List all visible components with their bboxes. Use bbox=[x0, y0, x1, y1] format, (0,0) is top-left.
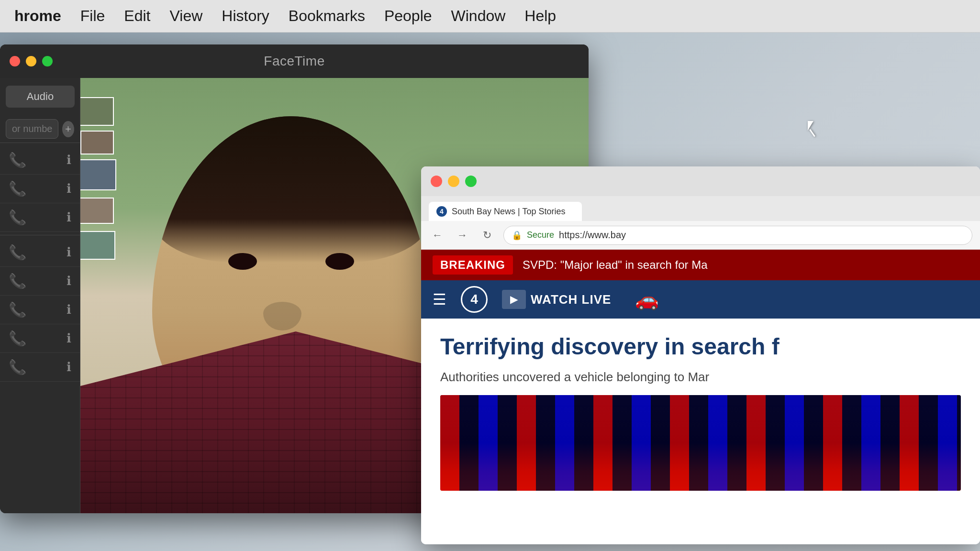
info-icon-7[interactable]: ℹ bbox=[67, 331, 71, 346]
menubar-window[interactable]: Window bbox=[451, 7, 506, 25]
browser-titlebar bbox=[421, 166, 980, 196]
news-headline: Terrifying discovery in search f bbox=[440, 333, 961, 361]
phone-icon-1: 📞 bbox=[9, 152, 26, 168]
person-nose bbox=[263, 302, 301, 331]
watch-live-button[interactable]: ▶ WATCH LIVE bbox=[502, 290, 611, 309]
secure-label: Secure bbox=[527, 230, 554, 240]
contact-row-3: 📞 ℹ bbox=[0, 203, 80, 232]
news-content: Terrifying discovery in search f Authori… bbox=[421, 319, 980, 544]
contact-row-2: 📞 ℹ bbox=[0, 175, 80, 203]
menubar-edit[interactable]: Edit bbox=[124, 7, 150, 25]
mouse-cursor bbox=[808, 121, 822, 140]
contact-row-6: 📞 ℹ bbox=[0, 296, 80, 324]
menubar-people[interactable]: People bbox=[384, 7, 432, 25]
browser-close-btn[interactable] bbox=[431, 176, 442, 187]
phone-icon-3: 📞 bbox=[9, 209, 26, 226]
phone-icon-4: 📞 bbox=[9, 244, 26, 261]
info-icon-4[interactable]: ℹ bbox=[67, 245, 71, 260]
contact-row-4: 📞 ℹ bbox=[0, 238, 80, 267]
watch-live-label: WATCH LIVE bbox=[531, 292, 611, 307]
audio-button[interactable]: Audio bbox=[6, 86, 75, 108]
browser-maximize-btn[interactable] bbox=[465, 176, 477, 187]
breaking-badge: BREAKING bbox=[433, 255, 513, 275]
facetime-window-controls bbox=[10, 56, 53, 66]
news-image bbox=[440, 395, 961, 491]
phone-icon-8: 📞 bbox=[9, 359, 26, 375]
emergency-lights-visual bbox=[440, 395, 961, 491]
menubar-view[interactable]: View bbox=[170, 7, 203, 25]
contact-row-1: 📞 ℹ bbox=[0, 146, 80, 175]
url-text: https://www.bay bbox=[559, 230, 626, 241]
back-button[interactable]: ← bbox=[429, 227, 446, 244]
facetime-close-btn[interactable] bbox=[10, 56, 20, 66]
info-icon-5[interactable]: ℹ bbox=[67, 274, 71, 288]
tab-title: South Bay News | Top Stories bbox=[452, 207, 565, 217]
facetime-search-input[interactable] bbox=[6, 119, 58, 139]
menubar-history[interactable]: History bbox=[222, 7, 269, 25]
active-tab[interactable]: 4 South Bay News | Top Stories bbox=[429, 202, 582, 221]
person-eyes bbox=[194, 253, 388, 302]
menubar-chrome[interactable]: hrome bbox=[14, 7, 61, 25]
tab-favicon: 4 bbox=[436, 206, 447, 217]
facetime-title: FaceTime bbox=[264, 54, 324, 69]
facetime-sidebar: Audio + 📞 ℹ 📞 ℹ 📞 ℹ 📞 ℹ bbox=[0, 78, 80, 513]
person-left-eye bbox=[228, 253, 257, 270]
desktop: FaceTime Audio + 📞 ℹ 📞 ℹ 📞 ℹ bbox=[0, 33, 980, 551]
phone-icon-5: 📞 bbox=[9, 273, 26, 289]
info-icon-8[interactable]: ℹ bbox=[67, 360, 71, 375]
hamburger-menu-icon[interactable]: ☰ bbox=[433, 290, 446, 309]
browser-window: 4 South Bay News | Top Stories ← → ↻ 🔒 S… bbox=[421, 166, 980, 544]
browser-minimize-btn[interactable] bbox=[448, 176, 459, 187]
facetime-add-button[interactable]: + bbox=[62, 121, 74, 137]
facetime-separator bbox=[0, 143, 80, 143]
news-navigation: ☰ 4 ▶ WATCH LIVE 🚗 bbox=[421, 280, 980, 319]
menubar-bookmarks[interactable]: Bookmarks bbox=[289, 7, 365, 25]
phone-icon-2: 📞 bbox=[9, 180, 26, 197]
menubar-help[interactable]: Help bbox=[524, 7, 556, 25]
tab-bar: 4 South Bay News | Top Stories bbox=[421, 196, 980, 221]
menubar-file[interactable]: File bbox=[80, 7, 105, 25]
info-icon-2[interactable]: ℹ bbox=[67, 181, 71, 196]
traffic-icon: 🚗 bbox=[635, 288, 659, 311]
info-icon-6[interactable]: ℹ bbox=[67, 302, 71, 317]
facetime-maximize-btn[interactable] bbox=[42, 56, 53, 66]
breaking-text: SVPD: "Major lead" in search for Ma bbox=[523, 258, 708, 272]
secure-lock-icon: 🔒 bbox=[512, 230, 522, 241]
info-icon-3[interactable]: ℹ bbox=[67, 210, 71, 225]
breaking-news-bar: BREAKING SVPD: "Major lead" in search fo… bbox=[421, 250, 980, 280]
facetime-search-row: + bbox=[6, 119, 74, 139]
phone-icon-6: 📞 bbox=[9, 301, 26, 318]
contact-row-5: 📞 ℹ bbox=[0, 267, 80, 296]
play-icon: ▶ bbox=[502, 290, 526, 309]
contact-row-7: 📞 ℹ bbox=[0, 324, 80, 353]
refresh-button[interactable]: ↻ bbox=[479, 227, 496, 244]
browser-nav: ← → ↻ 🔒 Secure https://www.bay bbox=[421, 221, 980, 250]
facetime-separator-2 bbox=[0, 235, 80, 235]
phone-icon-7: 📞 bbox=[9, 330, 26, 347]
forward-button[interactable]: → bbox=[454, 227, 471, 244]
person-hair bbox=[152, 116, 430, 263]
url-bar[interactable]: 🔒 Secure https://www.bay bbox=[503, 226, 972, 245]
news-logo: 4 bbox=[461, 286, 488, 313]
facetime-titlebar: FaceTime bbox=[0, 44, 589, 78]
contact-row-8: 📞 ℹ bbox=[0, 353, 80, 382]
person-right-eye bbox=[325, 253, 354, 270]
news-subtitle: Authorities uncovered a vehicle belongin… bbox=[440, 368, 961, 386]
menubar: hrome File Edit View History Bookmarks P… bbox=[0, 0, 980, 33]
facetime-minimize-btn[interactable] bbox=[26, 56, 36, 66]
info-icon-1[interactable]: ℹ bbox=[67, 153, 71, 167]
